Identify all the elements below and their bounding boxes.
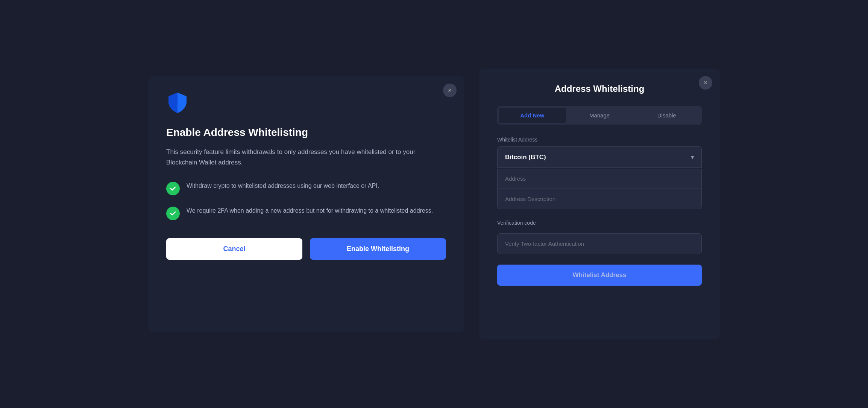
feature-item-1: Withdraw crypto to whitelisted addresses…: [166, 181, 446, 195]
left-close-button[interactable]: ×: [443, 84, 457, 97]
left-panel: × Enable Address Whitelisting This secur…: [148, 76, 464, 332]
tab-row: Add New Manage Disable: [497, 106, 702, 125]
whitelist-address-label: Whitelist Address: [497, 137, 702, 143]
shield-icon-wrapper: [166, 91, 446, 115]
feature-text-2: We require 2FA when adding a new address…: [187, 206, 433, 216]
cancel-button[interactable]: Cancel: [166, 238, 302, 260]
verification-section: Verification code: [497, 220, 702, 254]
verification-code-label: Verification code: [497, 220, 702, 226]
tab-manage[interactable]: Manage: [566, 108, 633, 123]
verification-input[interactable]: [497, 233, 702, 254]
screen-wrapper: × Enable Address Whitelisting This secur…: [0, 0, 868, 408]
address-input[interactable]: [497, 169, 702, 189]
check-icon-2: [166, 207, 180, 220]
enable-whitelisting-button[interactable]: Enable Whitelisting: [310, 238, 446, 260]
address-description-input[interactable]: [497, 189, 702, 209]
address-inputs-group: Bitcoin (BTC) ▼: [497, 146, 702, 209]
left-panel-title: Enable Address Whitelisting: [166, 126, 446, 139]
right-close-button[interactable]: ×: [699, 76, 712, 90]
tab-add-new[interactable]: Add New: [499, 108, 566, 123]
tab-disable[interactable]: Disable: [633, 108, 700, 123]
right-panel: × Address Whitelisting Add New Manage Di…: [479, 69, 720, 339]
right-panel-title: Address Whitelisting: [497, 84, 702, 94]
shield-icon: [166, 91, 189, 114]
feature-text-1: Withdraw crypto to whitelisted addresses…: [187, 181, 379, 191]
feature-item-2: We require 2FA when adding a new address…: [166, 206, 446, 220]
crypto-select[interactable]: Bitcoin (BTC): [497, 146, 702, 168]
crypto-select-wrapper: Bitcoin (BTC) ▼: [497, 146, 702, 168]
button-row: Cancel Enable Whitelisting: [166, 238, 446, 260]
whitelist-address-button[interactable]: Whitelist Address: [497, 265, 702, 286]
check-icon-1: [166, 182, 180, 195]
left-panel-description: This security feature limits withdrawals…: [166, 147, 446, 167]
feature-list: Withdraw crypto to whitelisted addresses…: [166, 181, 446, 220]
